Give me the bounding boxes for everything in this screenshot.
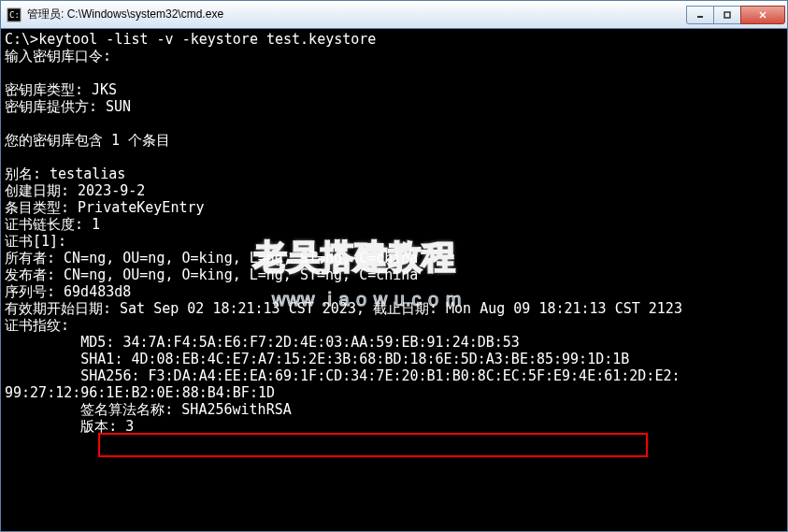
password-prompt: 输入密钥库口令: — [5, 48, 111, 65]
issuer-value: CN=ng, OU=ng, O=king, L=ng, ST=ng, C=chi… — [64, 266, 418, 283]
command-text: keytool -list -v -keystore test.keystore — [38, 31, 376, 48]
sig-algo-label: 签名算法名称: — [80, 401, 181, 418]
owner-value: CN=ng, OU=ng, O=king, L=ng, ST=ng, C=chi… — [64, 250, 418, 266]
sha1-value: 4D:08:EB:4C:E7:A7:15:2E:3B:68:BD:18:6E:5… — [131, 351, 629, 367]
create-date-label: 创建日期: — [5, 182, 78, 199]
fingerprint-label: 证书指纹: — [5, 317, 69, 334]
prompt: C:\> — [5, 31, 38, 48]
keystore-type: JKS — [92, 81, 117, 98]
svg-text:C:: C: — [9, 10, 20, 20]
window-controls — [687, 6, 785, 24]
serial-value: 69d483d8 — [64, 283, 131, 300]
entry-type-label: 条目类型: — [5, 199, 78, 216]
keystore-provider-label: 密钥库提供方: — [5, 98, 106, 115]
maximize-button[interactable] — [713, 6, 741, 24]
sha256-label: SHA256: — [80, 367, 148, 384]
version-label: 版本: — [80, 418, 125, 435]
svg-rect-3 — [724, 12, 730, 18]
entry-count: 您的密钥库包含 1 个条目 — [5, 132, 170, 149]
sig-algo: SHA256withRSA — [181, 401, 291, 418]
minimize-button[interactable] — [686, 6, 714, 24]
cmd-window: C: 管理员: C:\Windows\system32\cmd.exe C:\>… — [0, 0, 788, 532]
chain-length-label: 证书链长度: — [5, 216, 92, 233]
md5-highlight-box — [98, 433, 648, 457]
window-title: 管理员: C:\Windows\system32\cmd.exe — [27, 7, 687, 22]
validity-start: Sat Sep 02 18:21:13 CST 2023 — [120, 300, 356, 317]
issuer-label: 发布者: — [5, 266, 64, 283]
owner-label: 所有者: — [5, 250, 64, 266]
validity-sep: , 截止日期: — [356, 300, 446, 317]
md5-value: 34:7A:F4:5A:E6:F7:2D:4E:03:AA:59:EB:91:2… — [122, 334, 519, 351]
terminal-output[interactable]: C:\>keytool -list -v -keystore test.keys… — [1, 29, 787, 531]
create-date: 2023-9-2 — [78, 182, 145, 199]
sha1-label: SHA1: — [80, 351, 131, 367]
sha256-part2: 99:27:12:96:1E:B2:0E:88:B4:BF:1D — [5, 384, 275, 401]
validity-start-label: 有效期开始日期: — [5, 300, 120, 317]
keystore-provider: SUN — [106, 98, 131, 115]
entry-type: PrivateKeyEntry — [78, 199, 204, 216]
alias-label: 别名: — [5, 165, 50, 182]
cmd-icon: C: — [7, 7, 21, 22]
titlebar[interactable]: C: 管理员: C:\Windows\system32\cmd.exe — [1, 1, 787, 29]
cert-index: 证书[1]: — [5, 233, 66, 250]
validity-end: Mon Aug 09 18:21:13 CST 2123 — [446, 300, 682, 317]
chain-length: 1 — [92, 216, 100, 233]
md5-label: MD5: — [80, 334, 122, 351]
keystore-type-label: 密钥库类型: — [5, 81, 92, 98]
close-button[interactable] — [740, 6, 785, 24]
alias-value: testalias — [50, 165, 125, 182]
sha256-part1: F3:DA:A4:EE:EA:69:1F:CD:34:7E:20:B1:B0:8… — [149, 367, 681, 384]
serial-label: 序列号: — [5, 283, 64, 300]
version-value: 3 — [125, 418, 134, 435]
